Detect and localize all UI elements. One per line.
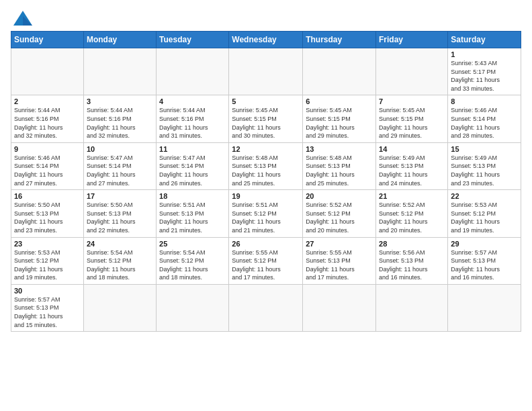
logo-icon: [13, 11, 32, 26]
day-number: 18: [159, 192, 226, 200]
day-number: 3: [87, 97, 153, 105]
day-number: 29: [451, 240, 518, 248]
calendar-week-4: 23Sunrise: 5:53 AM Sunset: 5:12 PM Dayli…: [11, 237, 521, 284]
day-info: Sunrise: 5:55 AM Sunset: 5:12 PM Dayligh…: [232, 248, 300, 282]
day-number: 8: [451, 97, 518, 105]
calendar-cell: 18Sunrise: 5:51 AM Sunset: 5:13 PM Dayli…: [157, 190, 229, 237]
day-info: Sunrise: 5:50 AM Sunset: 5:13 PM Dayligh…: [14, 201, 81, 234]
day-number: 22: [451, 192, 518, 200]
calendar-cell: 20Sunrise: 5:52 AM Sunset: 5:12 PM Dayli…: [303, 190, 376, 237]
day-info: Sunrise: 5:51 AM Sunset: 5:13 PM Dayligh…: [159, 201, 226, 234]
weekday-header-thursday: Thursday: [303, 32, 376, 48]
day-info: Sunrise: 5:56 AM Sunset: 5:13 PM Dayligh…: [379, 248, 445, 282]
day-number: 24: [87, 240, 153, 248]
calendar-week-3: 16Sunrise: 5:50 AM Sunset: 5:13 PM Dayli…: [11, 190, 521, 237]
calendar-cell: 7Sunrise: 5:45 AM Sunset: 5:15 PM Daylig…: [376, 95, 448, 142]
calendar-cell: 15Sunrise: 5:49 AM Sunset: 5:13 PM Dayli…: [448, 142, 521, 189]
calendar-week-1: 2Sunrise: 5:44 AM Sunset: 5:16 PM Daylig…: [11, 95, 521, 142]
day-info: Sunrise: 5:44 AM Sunset: 5:16 PM Dayligh…: [159, 106, 226, 140]
day-number: 15: [451, 145, 518, 153]
calendar-cell: 6Sunrise: 5:45 AM Sunset: 5:15 PM Daylig…: [303, 95, 376, 142]
day-info: Sunrise: 5:49 AM Sunset: 5:13 PM Dayligh…: [451, 154, 518, 187]
day-number: 17: [87, 192, 153, 200]
day-info: Sunrise: 5:45 AM Sunset: 5:15 PM Dayligh…: [379, 106, 445, 140]
calendar-cell: [83, 284, 156, 331]
day-info: Sunrise: 5:57 AM Sunset: 5:13 PM Dayligh…: [451, 248, 518, 282]
calendar-cell: 22Sunrise: 5:53 AM Sunset: 5:12 PM Dayli…: [448, 190, 521, 237]
day-number: 9: [14, 145, 81, 153]
calendar-cell: 27Sunrise: 5:55 AM Sunset: 5:13 PM Dayli…: [303, 237, 376, 284]
calendar-week-0: 1Sunrise: 5:43 AM Sunset: 5:17 PM Daylig…: [11, 48, 521, 95]
calendar-cell: 26Sunrise: 5:55 AM Sunset: 5:12 PM Dayli…: [229, 237, 303, 284]
calendar-cell: [229, 284, 303, 331]
day-info: Sunrise: 5:55 AM Sunset: 5:13 PM Dayligh…: [306, 248, 373, 282]
calendar-header: SundayMondayTuesdayWednesdayThursdayFrid…: [11, 32, 521, 48]
day-number: 28: [379, 240, 445, 248]
calendar-cell: [11, 48, 84, 95]
calendar-cell: [157, 284, 229, 331]
day-info: Sunrise: 5:46 AM Sunset: 5:14 PM Dayligh…: [14, 154, 81, 187]
day-number: 6: [306, 97, 373, 105]
weekday-header-friday: Friday: [376, 32, 448, 48]
calendar-cell: [157, 48, 229, 95]
calendar-table: SundayMondayTuesdayWednesdayThursdayFrid…: [11, 31, 521, 332]
day-info: Sunrise: 5:52 AM Sunset: 5:12 PM Dayligh…: [379, 201, 445, 234]
day-number: 12: [232, 145, 300, 153]
day-number: 23: [14, 240, 81, 248]
day-number: 27: [306, 240, 373, 248]
weekday-header-monday: Monday: [83, 32, 156, 48]
day-number: 1: [451, 50, 518, 58]
weekday-row: SundayMondayTuesdayWednesdayThursdayFrid…: [11, 32, 521, 48]
day-number: 19: [232, 192, 300, 200]
day-number: 16: [14, 192, 81, 200]
day-info: Sunrise: 5:47 AM Sunset: 5:14 PM Dayligh…: [87, 154, 153, 187]
calendar-cell: 5Sunrise: 5:45 AM Sunset: 5:15 PM Daylig…: [229, 95, 303, 142]
day-number: 2: [14, 97, 81, 105]
day-info: Sunrise: 5:54 AM Sunset: 5:12 PM Dayligh…: [159, 248, 226, 282]
weekday-header-tuesday: Tuesday: [157, 32, 229, 48]
calendar-cell: 14Sunrise: 5:49 AM Sunset: 5:13 PM Dayli…: [376, 142, 448, 189]
day-number: 7: [379, 97, 445, 105]
day-info: Sunrise: 5:47 AM Sunset: 5:14 PM Dayligh…: [159, 154, 226, 187]
svg-marker-1: [23, 16, 32, 26]
calendar-cell: 25Sunrise: 5:54 AM Sunset: 5:12 PM Dayli…: [157, 237, 229, 284]
day-info: Sunrise: 5:48 AM Sunset: 5:13 PM Dayligh…: [232, 154, 300, 187]
calendar-cell: 12Sunrise: 5:48 AM Sunset: 5:13 PM Dayli…: [229, 142, 303, 189]
calendar-cell: 23Sunrise: 5:53 AM Sunset: 5:12 PM Dayli…: [11, 237, 84, 284]
calendar-cell: 4Sunrise: 5:44 AM Sunset: 5:16 PM Daylig…: [157, 95, 229, 142]
calendar-cell: 2Sunrise: 5:44 AM Sunset: 5:16 PM Daylig…: [11, 95, 84, 142]
calendar-cell: 24Sunrise: 5:54 AM Sunset: 5:12 PM Dayli…: [83, 237, 156, 284]
calendar-cell: 28Sunrise: 5:56 AM Sunset: 5:13 PM Dayli…: [376, 237, 448, 284]
weekday-header-wednesday: Wednesday: [229, 32, 303, 48]
calendar-cell: 3Sunrise: 5:44 AM Sunset: 5:16 PM Daylig…: [83, 95, 156, 142]
day-info: Sunrise: 5:57 AM Sunset: 5:13 PM Dayligh…: [14, 295, 81, 329]
day-info: Sunrise: 5:54 AM Sunset: 5:12 PM Dayligh…: [87, 248, 153, 282]
logo: [11, 11, 32, 26]
day-info: Sunrise: 5:48 AM Sunset: 5:13 PM Dayligh…: [306, 154, 373, 187]
day-number: 11: [159, 145, 226, 153]
day-number: 20: [306, 192, 373, 200]
weekday-header-saturday: Saturday: [448, 32, 521, 48]
day-info: Sunrise: 5:44 AM Sunset: 5:16 PM Dayligh…: [87, 106, 153, 140]
calendar-week-2: 9Sunrise: 5:46 AM Sunset: 5:14 PM Daylig…: [11, 142, 521, 189]
calendar-cell: 30Sunrise: 5:57 AM Sunset: 5:13 PM Dayli…: [11, 284, 84, 331]
calendar-cell: 8Sunrise: 5:46 AM Sunset: 5:14 PM Daylig…: [448, 95, 521, 142]
day-number: 4: [159, 97, 226, 105]
day-number: 5: [232, 97, 300, 105]
calendar-cell: 1Sunrise: 5:43 AM Sunset: 5:17 PM Daylig…: [448, 48, 521, 95]
page-header: [11, 11, 521, 26]
day-info: Sunrise: 5:50 AM Sunset: 5:13 PM Dayligh…: [87, 201, 153, 234]
day-info: Sunrise: 5:52 AM Sunset: 5:12 PM Dayligh…: [306, 201, 373, 234]
calendar-cell: 17Sunrise: 5:50 AM Sunset: 5:13 PM Dayli…: [83, 190, 156, 237]
day-info: Sunrise: 5:53 AM Sunset: 5:12 PM Dayligh…: [14, 248, 81, 282]
day-number: 26: [232, 240, 300, 248]
day-info: Sunrise: 5:49 AM Sunset: 5:13 PM Dayligh…: [379, 154, 445, 187]
calendar-cell: [83, 48, 156, 95]
day-number: 21: [379, 192, 445, 200]
weekday-header-sunday: Sunday: [11, 32, 84, 48]
calendar-cell: 21Sunrise: 5:52 AM Sunset: 5:12 PM Dayli…: [376, 190, 448, 237]
calendar-cell: 11Sunrise: 5:47 AM Sunset: 5:14 PM Dayli…: [157, 142, 229, 189]
calendar-cell: 29Sunrise: 5:57 AM Sunset: 5:13 PM Dayli…: [448, 237, 521, 284]
calendar-cell: [376, 284, 448, 331]
calendar-cell: 16Sunrise: 5:50 AM Sunset: 5:13 PM Dayli…: [11, 190, 84, 237]
